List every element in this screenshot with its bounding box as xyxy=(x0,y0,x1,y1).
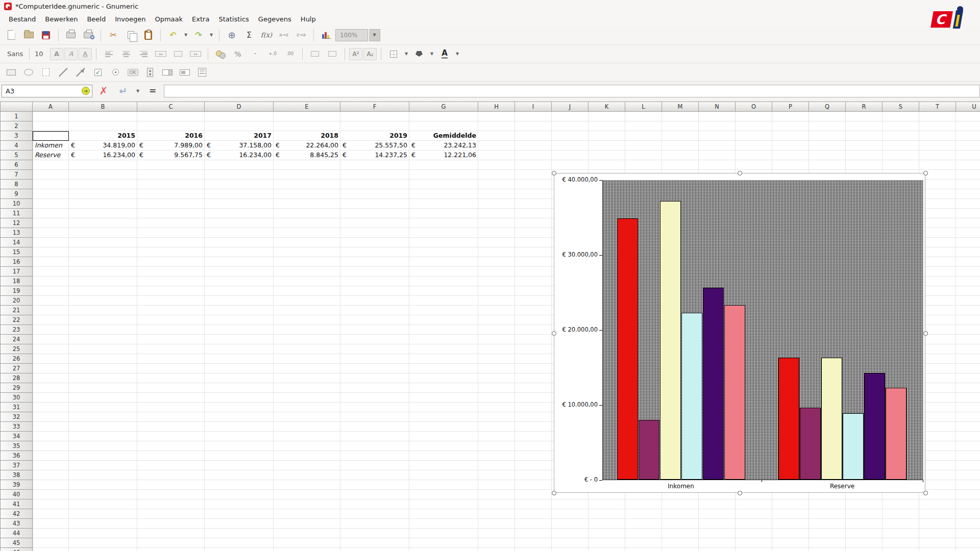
row-header-21[interactable]: 21 xyxy=(0,306,33,315)
row-header-23[interactable]: 23 xyxy=(0,325,33,335)
cell-A4[interactable]: Inkomen xyxy=(33,141,69,151)
cell-B5[interactable]: €16.234,00 xyxy=(69,151,137,160)
fill-color-button[interactable] xyxy=(411,47,427,61)
resize-handle[interactable] xyxy=(738,491,742,495)
cell-B3[interactable]: 2015 xyxy=(69,131,137,141)
insert-slider-button[interactable] xyxy=(177,65,193,80)
insert-function-button[interactable]: f(x) xyxy=(258,28,275,42)
accept-dropdown[interactable]: ▼ xyxy=(134,89,141,93)
align-center-button[interactable] xyxy=(118,47,134,61)
superscript-button[interactable]: A² xyxy=(349,48,362,60)
resize-handle[interactable] xyxy=(923,171,928,176)
print-button[interactable] xyxy=(63,28,79,42)
row-header-39[interactable]: 39 xyxy=(0,480,33,490)
insert-ellipse-button[interactable] xyxy=(20,65,37,80)
bar-reserve-2019[interactable] xyxy=(864,373,885,480)
bar-reserve-2017[interactable] xyxy=(821,358,842,480)
column-header-P[interactable]: P xyxy=(772,102,809,112)
column-header-O[interactable]: O xyxy=(736,102,772,112)
italic-button[interactable]: A xyxy=(64,48,78,60)
row-header-13[interactable]: 13 xyxy=(0,228,33,238)
menu-item-statistics[interactable]: Statistics xyxy=(215,14,252,24)
open-button[interactable] xyxy=(20,28,37,42)
bar-reserve-2016[interactable] xyxy=(800,408,821,480)
font-color-button[interactable]: A xyxy=(436,47,453,61)
insert-chart-button[interactable] xyxy=(318,28,334,42)
row-header-36[interactable]: 36 xyxy=(0,451,33,461)
paste-button[interactable] xyxy=(140,28,156,42)
bar-inkomen-gemiddelde[interactable] xyxy=(724,305,745,480)
bar-inkomen-2016[interactable] xyxy=(639,420,659,480)
row-header-42[interactable]: 42 xyxy=(0,509,33,519)
row-header-30[interactable]: 30 xyxy=(0,393,33,403)
row-header-31[interactable]: 31 xyxy=(0,403,33,412)
borders-button[interactable] xyxy=(385,47,402,61)
row-header-7[interactable]: 7 xyxy=(0,170,33,180)
font-color-dropdown[interactable]: ▼ xyxy=(454,52,461,56)
cell-F4[interactable]: €25.557,50 xyxy=(340,141,409,151)
align-right-button[interactable] xyxy=(135,47,152,61)
menu-item-gegevens[interactable]: Gegevens xyxy=(255,14,295,24)
decrease-indent-button[interactable] xyxy=(307,47,323,61)
percent-format-button[interactable]: % xyxy=(230,47,246,61)
column-header-M[interactable]: M xyxy=(662,102,699,112)
thousands-separator-button[interactable]: · xyxy=(247,47,263,61)
insert-checkbox-button[interactable]: ✓ xyxy=(90,65,106,80)
cell-G3[interactable]: Gemiddelde xyxy=(409,131,478,141)
zoom-combobox[interactable]: 100% xyxy=(335,29,368,41)
save-button[interactable] xyxy=(38,28,54,42)
redo-button[interactable]: ↷ xyxy=(190,28,207,42)
cell-F5[interactable]: €14.237,25 xyxy=(340,151,409,160)
menu-item-hulp[interactable]: Hulp xyxy=(297,14,320,24)
undo-dropdown[interactable]: ▼ xyxy=(182,33,189,37)
column-header-S[interactable]: S xyxy=(883,102,919,112)
row-header-41[interactable]: 41 xyxy=(0,499,33,509)
cell-B4[interactable]: €34.819,00 xyxy=(69,141,137,151)
row-header-8[interactable]: 8 xyxy=(0,180,33,189)
resize-handle[interactable] xyxy=(552,331,556,336)
bar-reserve-2015[interactable] xyxy=(778,358,799,480)
insert-label-button[interactable] xyxy=(3,65,19,80)
column-header-B[interactable]: B xyxy=(69,102,137,112)
column-header-E[interactable]: E xyxy=(274,102,340,112)
cell-D3[interactable]: 2017 xyxy=(205,131,274,141)
column-header-K[interactable]: K xyxy=(589,102,625,112)
insert-radio-button[interactable] xyxy=(107,65,124,80)
row-header-17[interactable]: 17 xyxy=(0,267,33,277)
row-header-6[interactable]: 6 xyxy=(0,160,33,170)
insert-line-button[interactable] xyxy=(55,65,71,80)
column-header-J[interactable]: J xyxy=(552,102,589,112)
cell-F3[interactable]: 2019 xyxy=(340,131,409,141)
new-file-button[interactable] xyxy=(3,28,19,42)
cancel-edit-button[interactable]: ✗ xyxy=(95,84,112,98)
resize-handle[interactable] xyxy=(923,331,928,336)
column-header-F[interactable]: F xyxy=(340,102,409,112)
cell-C3[interactable]: 2016 xyxy=(137,131,205,141)
menu-item-opmaak[interactable]: Opmaak xyxy=(151,14,186,24)
sort-descending-button[interactable]: z→a xyxy=(293,28,309,42)
column-header-N[interactable]: N xyxy=(699,102,736,112)
cell-G5[interactable]: €12.221,06 xyxy=(409,151,478,160)
row-header-35[interactable]: 35 xyxy=(0,441,33,451)
bar-reserve-gemiddelde[interactable] xyxy=(886,388,906,480)
bar-inkomen-2019[interactable] xyxy=(703,288,724,480)
align-left-button[interactable] xyxy=(101,47,117,61)
print-preview-button[interactable] xyxy=(80,28,96,42)
insert-frame-button[interactable] xyxy=(38,65,54,80)
resize-handle[interactable] xyxy=(552,171,556,176)
column-header-G[interactable]: G xyxy=(409,102,478,112)
cell-E4[interactable]: €22.264,00 xyxy=(274,141,340,151)
menu-item-extra[interactable]: Extra xyxy=(188,14,213,24)
copy-button[interactable] xyxy=(122,28,139,42)
row-header-37[interactable]: 37 xyxy=(0,461,33,470)
column-header-H[interactable]: H xyxy=(478,102,515,112)
redo-dropdown[interactable]: ▼ xyxy=(208,33,215,37)
insert-combobox-button[interactable] xyxy=(159,65,176,80)
row-header-26[interactable]: 26 xyxy=(0,354,33,364)
row-header-32[interactable]: 32 xyxy=(0,412,33,422)
insert-button-button[interactable]: OK xyxy=(125,65,141,80)
cell-A5[interactable]: Reserve xyxy=(33,151,69,160)
cell-D4[interactable]: €37.158,00 xyxy=(205,141,274,151)
cut-button[interactable]: ✂ xyxy=(105,28,121,42)
cell-G4[interactable]: €23.242,13 xyxy=(409,141,478,151)
